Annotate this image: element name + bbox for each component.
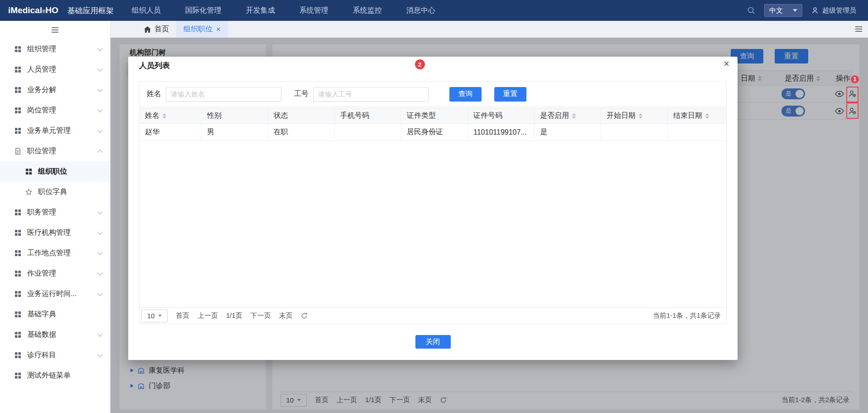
- sidebar-nav: 组织管理 人员管理 业务分解 岗位管理 业务单元管理 职位管理 组织职位 职位: [0, 39, 110, 386]
- page-size-select[interactable]: 10: [141, 310, 168, 322]
- modal-search-button[interactable]: 查询: [449, 87, 482, 102]
- chevron-down-icon: [97, 352, 102, 357]
- sort-icon[interactable]: [639, 113, 642, 119]
- sidebar-item-basic-dictionary[interactable]: 基础字典: [0, 304, 110, 325]
- sidebar-item-position-dictionary[interactable]: 职位字典: [0, 182, 110, 202]
- sidebar-item-post-management[interactable]: 岗位管理: [0, 100, 110, 121]
- sort-icon[interactable]: [705, 113, 709, 119]
- chevron-down-icon: [97, 331, 102, 336]
- language-select[interactable]: 中文: [764, 4, 802, 17]
- pager-prev[interactable]: 上一页: [198, 311, 218, 320]
- grid-icon: [14, 291, 21, 297]
- modal-close-icon[interactable]: ×: [723, 59, 729, 69]
- pager-last[interactable]: 末页: [279, 311, 293, 320]
- chevron-down-icon: [793, 9, 797, 12]
- tab-home[interactable]: 首页: [137, 21, 176, 38]
- modal-pagination: 10 首页 上一页 1/1页 下一页 末页 当前1-1条，共1条记录: [140, 307, 726, 324]
- user-name: 超级管理员: [822, 6, 856, 15]
- column-header-gender: 性别: [202, 108, 268, 123]
- grid-icon: [14, 46, 21, 53]
- sidebar-item-org-management[interactable]: 组织管理: [0, 39, 110, 59]
- app-logo: iMedical®HO 基础应用框架: [8, 5, 114, 16]
- menu-system-monitor[interactable]: 系统监控: [353, 6, 382, 15]
- sidebar-item-work-location[interactable]: 工作地点管理: [0, 243, 110, 263]
- grid-icon: [25, 168, 32, 175]
- column-header-id-number: 证件号码: [468, 108, 535, 123]
- cell-name: 赵华: [140, 124, 202, 141]
- menu-system-mgmt[interactable]: 系统管理: [299, 6, 328, 15]
- chevron-down-icon: [97, 46, 102, 51]
- annotation-badge-1: 1: [851, 75, 859, 83]
- search-icon[interactable]: [747, 6, 755, 15]
- cell-enabled: 是: [535, 124, 601, 141]
- pager-summary: 当前1-1条，共1条记录: [653, 311, 721, 320]
- sidebar-item-business-decomposition[interactable]: 业务分解: [0, 80, 110, 100]
- sidebar-item-org-position[interactable]: 组织职位: [0, 161, 110, 182]
- menu-i18n[interactable]: 国际化管理: [185, 6, 222, 15]
- menu-org-person[interactable]: 组织人员: [132, 6, 161, 15]
- tab-org-position[interactable]: 组织职位 ×: [176, 21, 228, 38]
- name-input[interactable]: [166, 87, 281, 102]
- tab-close-icon[interactable]: ×: [216, 25, 221, 34]
- sort-icon[interactable]: [163, 113, 166, 119]
- grid-icon: [14, 372, 21, 379]
- grid-icon: [14, 229, 21, 236]
- cell-start-date: [601, 124, 668, 141]
- top-menu: 组织人员 国际化管理 开发集成 系统管理 系统监控 消息中心: [132, 6, 435, 15]
- pager-first[interactable]: 首页: [176, 311, 189, 320]
- grid-icon: [14, 270, 21, 277]
- sidebar-item-personnel[interactable]: 人员管理: [0, 59, 110, 80]
- column-header-phone: 手机号码: [335, 108, 401, 123]
- refresh-icon[interactable]: [301, 312, 308, 319]
- sidebar-item-duty-management[interactable]: 职务管理: [0, 202, 110, 223]
- user-menu[interactable]: 超级管理员: [811, 6, 856, 15]
- sidebar-item-position-management[interactable]: 职位管理: [0, 141, 110, 161]
- grid-icon: [14, 127, 21, 134]
- annotation-badge-2: 2: [415, 59, 425, 69]
- annotation-rect-row2: [846, 102, 858, 119]
- pager-next[interactable]: 下一页: [251, 311, 271, 320]
- sidebar-item-business-runtime[interactable]: 业务运行时间...: [0, 284, 110, 304]
- sidebar-collapse-button[interactable]: [0, 21, 110, 39]
- sort-icon[interactable]: [572, 113, 576, 119]
- cell-id-type: 居民身份证: [401, 124, 468, 141]
- grid-icon: [14, 250, 21, 257]
- table-empty-area: [140, 141, 726, 307]
- sidebar-item-basic-data[interactable]: 基础数据: [0, 325, 110, 345]
- sidebar-item-external-link-menu[interactable]: 测试外链菜单: [0, 365, 110, 386]
- chevron-down-icon: [158, 315, 162, 317]
- modal-title: 人员列表: [139, 60, 170, 71]
- modal-reset-button[interactable]: 重置: [494, 87, 526, 102]
- sidebar-item-business-unit[interactable]: 业务单元管理: [0, 121, 110, 141]
- chevron-down-icon: [97, 127, 102, 132]
- grid-icon: [14, 107, 21, 114]
- person-list-modal: 人员列表 2 × 姓名 工号 查询 重置 姓名 性别 状态 手机号码 证件类型 …: [128, 57, 738, 360]
- document-icon: [14, 148, 21, 155]
- tab-list-menu-icon[interactable]: [855, 26, 863, 34]
- workid-input[interactable]: [313, 87, 429, 102]
- chevron-down-icon: [97, 107, 102, 112]
- star-icon: [25, 189, 32, 195]
- modal-close-button[interactable]: 关闭: [415, 335, 451, 349]
- cell-gender: 男: [202, 124, 268, 141]
- menu-dev-integration[interactable]: 开发集成: [246, 6, 275, 15]
- language-value: 中文: [769, 6, 783, 15]
- column-header-start-date: 开始日期: [601, 108, 668, 123]
- sidebar-item-medical-org[interactable]: 医疗机构管理: [0, 223, 110, 243]
- grid-icon: [14, 87, 21, 93]
- topbar-right: 中文 超级管理员: [747, 4, 856, 17]
- modal-filter-bar: 姓名 工号 查询 重置: [139, 81, 727, 107]
- chevron-down-icon: [97, 87, 102, 92]
- sidebar: 组织管理 人员管理 业务分解 岗位管理 业务单元管理 职位管理 组织职位 职位: [0, 21, 111, 413]
- person-table-header: 姓名 性别 状态 手机号码 证件类型 证件号码 是否启用 开始日期 结束日期: [140, 108, 726, 124]
- chevron-down-icon: [97, 229, 102, 234]
- sidebar-item-job-management[interactable]: 作业管理: [0, 263, 110, 284]
- menu-message-center[interactable]: 消息中心: [406, 6, 435, 15]
- person-table-row[interactable]: 赵华 男 在职 居民身份证 110101199107... 是: [140, 124, 726, 141]
- grid-icon: [14, 311, 21, 318]
- annotation-rect-row1: [846, 87, 858, 102]
- home-icon: [144, 26, 151, 33]
- sidebar-item-treatment-subject[interactable]: 诊疗科目: [0, 345, 110, 365]
- logo-text: iMedical: [8, 5, 42, 15]
- column-header-status: 状态: [268, 108, 335, 123]
